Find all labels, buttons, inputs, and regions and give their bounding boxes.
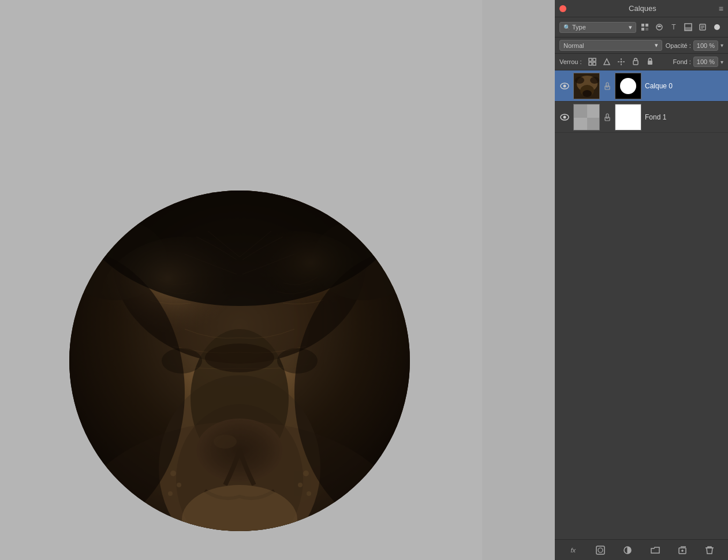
svg-rect-25	[641, 24, 644, 27]
filter-shape-icon[interactable]	[682, 21, 695, 33]
filter-chevron-icon: ▾	[629, 24, 632, 31]
layer-item-fond1[interactable]: Fond 1	[555, 102, 728, 133]
svg-rect-58	[574, 104, 587, 118]
layer-name-calque0: Calque 0	[645, 82, 723, 90]
fx-label: fx	[570, 547, 576, 554]
layer-visibility-calque0[interactable]	[559, 81, 570, 91]
svg-point-46	[563, 84, 566, 87]
svg-rect-43	[633, 61, 638, 65]
blend-opacity-row: Normal ▾ Opacité : 100 % ▾	[555, 38, 728, 54]
add-adjustment-button[interactable]	[621, 543, 634, 557]
fill-value[interactable]: 100 %	[693, 57, 718, 67]
panel-close-button[interactable]	[559, 5, 566, 12]
delete-layer-button[interactable]	[703, 543, 716, 557]
layers-panel: Calques ≡ 🔍 Type ▾ T	[555, 0, 728, 560]
blend-mode-select[interactable]: Normal ▾	[559, 40, 662, 51]
layer-link-fond1[interactable]	[603, 113, 611, 121]
lion-circle-image	[69, 191, 410, 531]
bottom-toolbar: fx	[555, 539, 728, 560]
opacity-label: Opacité :	[666, 42, 691, 49]
fx-button[interactable]: fx	[566, 543, 580, 557]
filter-icons-group: T	[639, 21, 723, 33]
layer-mask-dot	[620, 78, 636, 94]
opacity-value[interactable]: 100 %	[693, 40, 718, 51]
fill-label: Fond :	[673, 58, 691, 65]
lock-artboard-icon[interactable]	[630, 56, 641, 68]
svg-rect-34	[589, 58, 592, 61]
blend-chevron-icon: ▾	[655, 42, 658, 49]
svg-rect-62	[596, 546, 604, 554]
add-mask-button[interactable]	[593, 543, 607, 557]
svg-point-52	[590, 77, 599, 84]
layer-mask-calque0[interactable]	[615, 73, 641, 99]
svg-point-33	[714, 24, 720, 30]
lock-icons-group	[587, 56, 656, 68]
layer-mask-fond1[interactable]	[615, 104, 641, 130]
filter-smartobj-icon[interactable]	[696, 21, 709, 33]
filter-color-icon[interactable]	[711, 21, 723, 33]
fill-group: Fond : 100 % ▾	[673, 57, 723, 67]
panel-title-bar: Calques ≡	[555, 0, 728, 17]
add-group-button[interactable]	[648, 543, 662, 557]
layer-name-fond1: Fond 1	[645, 113, 723, 121]
svg-rect-54	[605, 86, 610, 89]
lock-all-icon[interactable]	[644, 56, 656, 68]
svg-rect-60	[606, 114, 608, 118]
svg-rect-28	[645, 28, 648, 31]
svg-point-56	[563, 115, 566, 118]
lock-transparency-icon[interactable]	[587, 56, 598, 68]
svg-point-63	[598, 548, 603, 552]
layer-visibility-fond1[interactable]	[559, 112, 570, 122]
svg-point-51	[575, 77, 584, 84]
lock-row: Verrou : Fond : 100 % ▾	[555, 54, 728, 70]
filter-row: 🔍 Type ▾ T	[555, 17, 728, 38]
svg-rect-61	[605, 117, 610, 121]
verrou-label: Verrou :	[559, 58, 582, 65]
panel-menu-icon[interactable]: ≡	[719, 4, 723, 13]
lock-position-icon[interactable]	[615, 56, 627, 68]
svg-rect-35	[593, 58, 596, 61]
layer-item-calque0[interactable]: Calque 0	[555, 70, 728, 102]
svg-point-24	[277, 348, 318, 374]
svg-rect-44	[648, 61, 652, 65]
svg-point-38	[620, 61, 622, 63]
svg-rect-27	[641, 28, 644, 31]
lion-svg	[69, 191, 410, 531]
svg-point-23	[162, 348, 202, 374]
filter-adjustment-icon[interactable]	[653, 21, 666, 33]
svg-rect-59	[587, 118, 600, 130]
svg-point-22	[205, 344, 274, 372]
svg-rect-26	[645, 24, 648, 27]
fill-chevron-icon[interactable]: ▾	[720, 59, 723, 65]
svg-rect-53	[606, 83, 608, 87]
add-layer-button[interactable]	[675, 543, 689, 557]
layer-link-calque0[interactable]	[603, 82, 611, 90]
lock-image-icon[interactable]	[601, 56, 613, 68]
svg-rect-31	[685, 27, 692, 31]
opacity-chevron-icon[interactable]: ▾	[720, 42, 723, 48]
filter-type-select[interactable]: 🔍 Type ▾	[559, 22, 636, 33]
search-icon: 🔍	[563, 24, 570, 31]
svg-rect-37	[593, 62, 596, 65]
svg-rect-36	[589, 62, 592, 65]
blend-mode-value: Normal	[563, 42, 584, 49]
layer-thumb-calque0	[573, 73, 600, 99]
layer-thumb-fond1	[573, 104, 600, 130]
svg-point-50	[583, 90, 592, 97]
canvas-area	[0, 0, 482, 560]
filter-type-label: Type	[572, 24, 586, 31]
filter-text-icon[interactable]: T	[667, 21, 680, 33]
filter-pixel-icon[interactable]	[639, 21, 651, 33]
layers-list: Calque 0 Fond 1	[555, 70, 728, 539]
panel-title: Calques	[566, 4, 719, 13]
opacity-group: Opacité : 100 % ▾	[666, 40, 723, 51]
